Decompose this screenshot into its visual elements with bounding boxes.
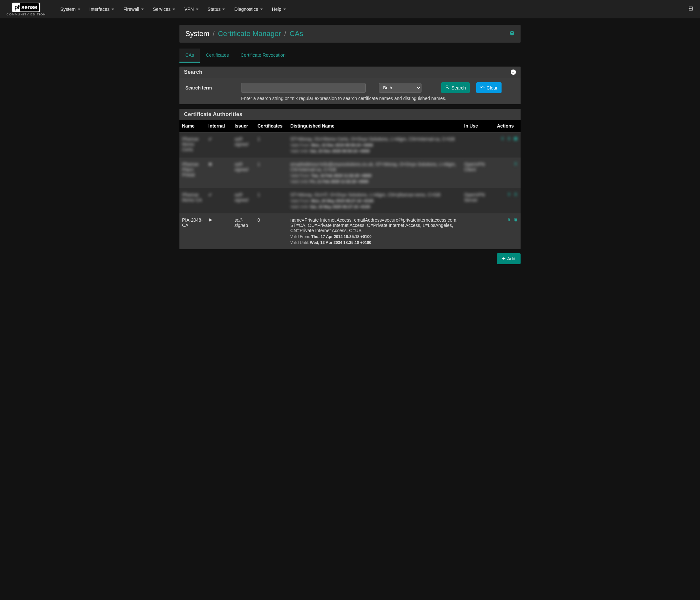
check-icon: ✔ xyxy=(208,136,212,141)
logout-icon[interactable] xyxy=(688,6,694,12)
nav-diagnostics[interactable]: Diagnostics xyxy=(230,6,267,12)
tab-crl[interactable]: Certificate Revocation xyxy=(234,49,291,62)
top-navbar: pfsense COMMUNITY EDITION System Interfa… xyxy=(0,0,700,18)
search-icon xyxy=(445,85,450,90)
nav-vpn[interactable]: VPN xyxy=(180,6,203,12)
clear-button[interactable]: Clear xyxy=(476,82,501,93)
ca-name: Pfsense Placn Priwat xyxy=(182,162,199,177)
breadcrumb-certmgr[interactable]: Certificate Manager xyxy=(218,29,281,38)
export-icon[interactable] xyxy=(514,192,518,198)
ca-panel-heading: Certificate Authorities xyxy=(179,109,521,120)
x-icon: ✖ xyxy=(208,217,212,223)
logo-sense: sense xyxy=(20,3,40,11)
logo-subtitle: COMMUNITY EDITION xyxy=(6,13,46,16)
nav-interfaces[interactable]: Interfaces xyxy=(85,6,119,12)
search-label: Search term xyxy=(185,85,234,90)
ca-issuer: self-signed xyxy=(234,217,248,228)
ca-dn: ST=Woray, OU=IT, O=Onyx Solutions, L=Alg… xyxy=(290,192,459,198)
cert-icon[interactable] xyxy=(507,192,511,198)
ca-cert-count: 1 xyxy=(257,136,260,141)
ca-cert-count: 1 xyxy=(257,162,260,167)
ca-cert-count: 1 xyxy=(257,192,260,198)
search-input[interactable] xyxy=(241,83,366,93)
nav-firewall[interactable]: Firewall xyxy=(119,6,148,12)
nav-services[interactable]: Services xyxy=(148,6,180,12)
check-icon: ✔ xyxy=(208,192,212,198)
ca-valid-from: Valid From: Mon, 10 Dec 2019 09:50:24 +0… xyxy=(290,143,459,148)
ca-in-use: OpenVPN Server xyxy=(464,192,485,203)
ca-dn: name=Private Internet Access, emailAddre… xyxy=(290,217,459,233)
breadcrumb: System / Certificate Manager / CAs ? xyxy=(179,25,521,43)
chevron-down-icon xyxy=(111,8,114,10)
breadcrumb-cas[interactable]: CAs xyxy=(290,29,303,38)
ca-valid-from: Valid From: Mon, 20 May 2019 08:27:16 +0… xyxy=(290,199,459,203)
ca-name: Pfsense Remo Certs xyxy=(182,136,199,152)
ca-valid-until: Valid Until: Sat, 18 May 2029 08:27:16 +… xyxy=(290,205,459,209)
svg-point-2 xyxy=(514,137,518,141)
ca-dn: ST=Woray, OU=Remo Certs, O=Onyx Solution… xyxy=(290,136,459,141)
search-panel-heading: Search − xyxy=(179,67,521,78)
logo-pf: pf xyxy=(14,3,21,11)
table-row: PIA-2048-CA✖self-signed0name=Private Int… xyxy=(179,213,521,249)
svg-text:?: ? xyxy=(511,31,513,35)
cert-icon[interactable] xyxy=(500,136,505,142)
search-scope-select[interactable]: Both xyxy=(379,83,422,93)
chevron-down-icon xyxy=(260,8,263,10)
export-icon[interactable] xyxy=(507,136,511,142)
ca-valid-until: Valid Until: Sat, 23 Dec 2028 09:50:24 +… xyxy=(290,149,459,153)
col-dn: Distinguished Name xyxy=(288,120,461,132)
nav-menu: System Interfaces Firewall Services VPN … xyxy=(56,6,688,12)
breadcrumb-root: System xyxy=(185,29,209,38)
chevron-down-icon xyxy=(78,8,80,10)
help-icon[interactable]: ? xyxy=(509,30,515,37)
ca-valid-from: Valid From: Thu, 17 Apr 2014 18:35:18 +0… xyxy=(290,234,459,239)
ca-issuer: self-signed xyxy=(234,136,248,147)
cert-icon[interactable] xyxy=(507,217,511,223)
chevron-down-icon xyxy=(196,8,198,10)
ca-issuer: self-signed xyxy=(234,162,248,172)
col-issuer: Issuer xyxy=(232,120,255,132)
nav-system[interactable]: System xyxy=(56,6,85,12)
ca-dn: emailAddress=info@onyxsolutions.co.uk, S… xyxy=(290,162,459,172)
plus-icon: + xyxy=(502,256,506,262)
ca-valid-from: Valid From: Tue, 14 Feb 2019 11:02:20 +0… xyxy=(290,174,459,178)
chevron-down-icon xyxy=(173,8,175,10)
search-hint: Enter a search string or *nix regular ex… xyxy=(241,96,515,101)
col-actions: Actions xyxy=(494,120,521,132)
col-name: Name xyxy=(179,120,206,132)
chevron-down-icon xyxy=(222,8,225,10)
chevron-down-icon xyxy=(141,8,144,10)
tabs: CAs Certificates Certificate Revocation xyxy=(179,49,521,62)
table-row: Pfsense Placn Priwat✖self-signed1emailAd… xyxy=(179,158,521,188)
x-icon: ✖ xyxy=(208,162,212,167)
search-panel: Search − Search term Both Search Clear xyxy=(179,67,521,104)
ca-valid-until: Valid Until: Fri, 11 Feb 2029 11:02:20 +… xyxy=(290,179,459,184)
ca-cert-count: 0 xyxy=(257,217,260,223)
nav-status[interactable]: Status xyxy=(203,6,230,12)
ca-name: PIA-2048-CA xyxy=(182,217,203,228)
chevron-down-icon xyxy=(283,8,286,10)
col-internal: Internal xyxy=(206,120,232,132)
trash-icon[interactable] xyxy=(514,217,518,223)
ca-valid-until: Valid Until: Wed, 12 Apr 2034 18:35:18 +… xyxy=(290,240,459,245)
ca-name: Pfsense Remo CA xyxy=(182,192,202,203)
table-row: Pfsense Remo Certs✔self-signed1ST=Woray,… xyxy=(179,132,521,158)
info-icon[interactable] xyxy=(514,136,518,142)
table-row: Pfsense Remo CA✔self-signed1ST=Woray, OU… xyxy=(179,188,521,213)
col-certs: Certificates xyxy=(255,120,288,132)
collapse-icon[interactable]: − xyxy=(511,70,516,75)
cert-icon[interactable] xyxy=(514,162,518,167)
col-inuse: In Use xyxy=(461,120,494,132)
add-button[interactable]: + Add xyxy=(497,253,521,264)
tab-certificates[interactable]: Certificates xyxy=(200,49,234,62)
ca-in-use: OpenVPN Client xyxy=(464,162,485,172)
nav-help[interactable]: Help xyxy=(267,6,291,12)
search-button[interactable]: Search xyxy=(441,82,470,93)
ca-table: Name Internal Issuer Certificates Distin… xyxy=(179,120,521,249)
ca-table-panel: Certificate Authorities Name Internal Is… xyxy=(179,109,521,249)
logo[interactable]: pfsense COMMUNITY EDITION xyxy=(6,1,46,18)
undo-icon xyxy=(480,85,485,90)
tab-cas[interactable]: CAs xyxy=(179,49,200,62)
ca-issuer: self-signed xyxy=(234,192,248,203)
